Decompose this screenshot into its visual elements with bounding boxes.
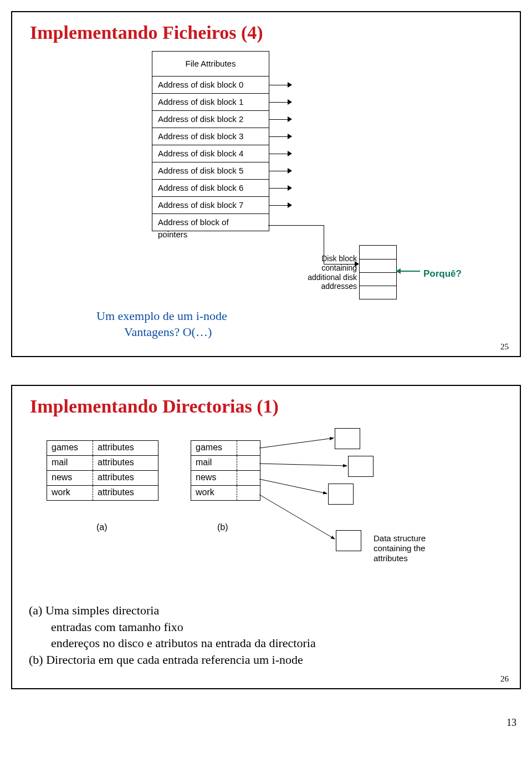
inode-row-label: Address of block of pointers [158, 217, 229, 239]
body-line: (a) Uma simples directoria [29, 603, 159, 617]
dir-name: games [47, 441, 93, 455]
label-b: (b) [217, 522, 228, 532]
struct-box [336, 530, 361, 551]
dir-name: mail [191, 456, 237, 470]
table-row: newsattributes [47, 471, 158, 486]
struct-box [328, 484, 354, 505]
inode-row-label: Address of disk block 1 [158, 97, 243, 106]
inode-row-label: Address of disk block 3 [158, 131, 243, 141]
inode-row-label: Address of disk block 4 [158, 149, 243, 158]
table-row: mail [191, 456, 260, 471]
dir-name: work [191, 486, 237, 500]
inode-row: Address of disk block 3 [152, 128, 269, 145]
svg-line-1 [259, 464, 347, 466]
table-row: gamesattributes [47, 441, 158, 456]
dir-attr: attributes [93, 456, 158, 470]
dir-name: games [191, 441, 237, 455]
struct-box [348, 456, 374, 477]
slide-2: Implementando Directorias (1) gamesattri… [11, 385, 521, 689]
body-line: endereços no disco e atributos na entrad… [29, 635, 503, 652]
svg-line-3 [259, 495, 335, 539]
slide-2-title: Implementando Directorias (1) [24, 396, 508, 417]
inode-header: File Attributes [152, 52, 269, 77]
dir-name: work [47, 486, 93, 500]
data-structure-label: Data structure containing the attributes [374, 533, 457, 563]
dir-attr: attributes [93, 441, 158, 455]
struct-box [335, 428, 360, 449]
caption-line: Um exemplo de um i-node [96, 309, 227, 323]
directory-diagram: gamesattributes mailattributes newsattri… [24, 425, 508, 602]
dir-name: news [47, 471, 93, 485]
slide-2-body: (a) Uma simples directoria entradas com … [29, 602, 503, 668]
slide-2-number: 26 [500, 674, 509, 684]
connector-line [268, 225, 324, 226]
inode-row: Address of disk block 6 [152, 180, 269, 197]
caption-line: Vantagens? O(…) [96, 325, 212, 339]
inode-row: Address of disk block 7 [152, 197, 269, 214]
inode-row-label: Address of disk block 2 [158, 114, 243, 124]
svg-line-0 [259, 438, 334, 448]
inode-table: File Attributes Address of disk block 0 … [152, 51, 269, 231]
table-row: work [191, 486, 260, 501]
label-a: (a) [96, 522, 108, 532]
dir-attr: attributes [93, 471, 158, 485]
inode-row: Address of disk block 2 [152, 111, 269, 128]
slide-1-title: Implementando Ficheiros (4) [24, 22, 508, 43]
disk-block-label: Disk block containing additional disk ad… [301, 254, 357, 291]
dir-table-a: gamesattributes mailattributes newsattri… [47, 440, 158, 501]
inode-row-pointers: Address of block of pointers [152, 214, 269, 231]
slide-1-caption: Um exemplo de um i-node Vantagens? O(…) [96, 308, 227, 340]
inode-row: Address of disk block 5 [152, 162, 269, 180]
inode-row-label: Address of disk block 7 [158, 200, 243, 210]
svg-line-2 [259, 479, 327, 494]
body-line: entradas com tamanho fixo [29, 619, 503, 635]
table-row: workattributes [47, 486, 158, 501]
dir-name: mail [47, 456, 93, 470]
table-row: games [191, 441, 260, 456]
disk-block-box [359, 245, 397, 299]
porque-label: Porquê? [423, 268, 462, 279]
inode-row: Address of disk block 1 [152, 94, 269, 111]
table-row: mailattributes [47, 456, 158, 471]
dir-table-b: games mail news work [191, 440, 260, 501]
body-line: (b) Directoria em que cada entrada refer… [29, 653, 303, 667]
table-row: news [191, 471, 260, 486]
page-number: 13 [11, 717, 521, 729]
inode-row-label: Address of disk block 5 [158, 166, 243, 175]
inode-row: Address of disk block 0 [152, 77, 269, 94]
arrow-left-icon [400, 271, 420, 272]
dir-attr: attributes [93, 486, 158, 500]
inode-diagram: File Attributes Address of disk block 0 … [24, 51, 508, 350]
dir-name: news [191, 471, 237, 485]
inode-row: Address of disk block 4 [152, 145, 269, 162]
slide-1-number: 25 [500, 342, 509, 352]
inode-row-label: Address of disk block 6 [158, 183, 243, 192]
inode-row-label: Address of disk block 0 [158, 80, 243, 89]
slide-1: Implementando Ficheiros (4) File Attribu… [11, 11, 521, 357]
